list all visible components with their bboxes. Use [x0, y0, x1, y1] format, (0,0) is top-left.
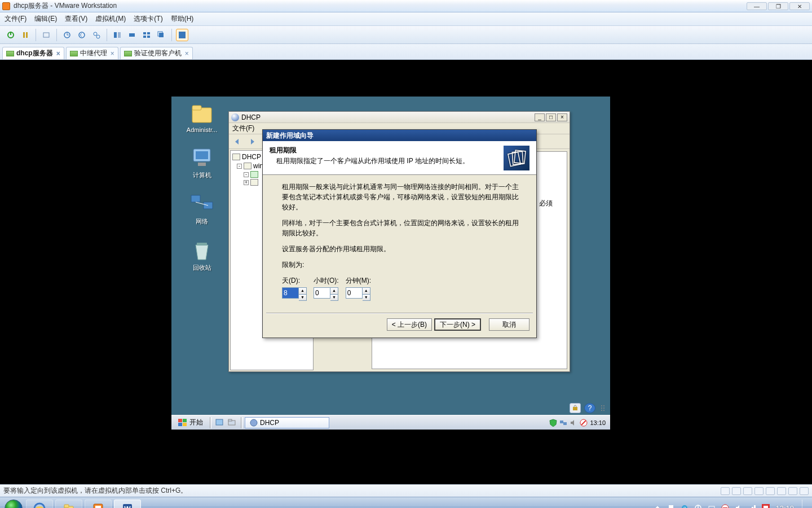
svg-rect-62	[709, 506, 714, 509]
tray-input-icon[interactable]	[708, 504, 717, 509]
guest-deskband-grip-icon[interactable]	[599, 403, 607, 413]
menu-file[interactable]: 文件(F)	[5, 14, 27, 24]
desktop-icon-network[interactable]: 网络	[179, 193, 224, 226]
wizard-cancel-button[interactable]: 取消	[489, 318, 529, 331]
days-input[interactable]	[282, 287, 299, 299]
hours-input[interactable]	[314, 287, 330, 299]
guest-clock[interactable]: 13:10	[590, 419, 606, 426]
quicklaunch-explorer-icon[interactable]	[227, 418, 237, 427]
mmc-minimize-button[interactable]: _	[535, 113, 545, 121]
svg-point-33	[603, 405, 604, 406]
taskbar-pin-ie[interactable]	[26, 500, 53, 509]
days-spinner[interactable]: ▲▼	[282, 287, 307, 299]
tab-close-icon[interactable]: ×	[185, 50, 189, 57]
toolbar-send-icon[interactable]	[40, 29, 52, 41]
taskbar-pin-explorer[interactable]	[55, 500, 82, 509]
tree-expand-icon[interactable]: -	[237, 164, 242, 169]
toolbar-snapshot-revert-icon[interactable]	[76, 29, 88, 41]
wizard-titlebar[interactable]: 新建作用域向导	[263, 130, 536, 141]
spin-down-icon[interactable]: ▼	[363, 294, 370, 301]
show-desktop-button[interactable]	[802, 500, 807, 509]
dhcp-task-icon	[250, 419, 258, 427]
toolbar-view-single-icon[interactable]	[126, 29, 138, 41]
toolbar-view-multi-icon[interactable]	[140, 29, 153, 41]
menu-help[interactable]: 帮助(H)	[171, 14, 194, 24]
tree-collapse-icon[interactable]: +	[244, 180, 249, 185]
toolbar-snapshot-take-icon[interactable]	[61, 29, 73, 41]
guest-help-icon[interactable]: ?	[584, 403, 595, 413]
toolbar-snapshot-manage-icon[interactable]	[90, 29, 103, 41]
vm-usb-icon[interactable]	[766, 487, 775, 495]
spin-up-icon[interactable]: ▲	[299, 287, 307, 294]
tray-volume-icon[interactable]	[735, 504, 744, 509]
vm-printer-icon[interactable]	[788, 487, 797, 495]
hours-spinner[interactable]: ▲▼	[314, 287, 338, 299]
mmc-close-button[interactable]: ×	[557, 113, 567, 121]
tray-volume-icon[interactable]	[570, 419, 577, 427]
wizard-next-button[interactable]: 下一步(N) >	[434, 318, 481, 331]
host-close-button[interactable]: ✕	[789, 2, 810, 10]
vm-display-area[interactable]: Administr... 计算机 网络 回收站	[0, 60, 812, 484]
tray-power-icon[interactable]	[694, 504, 703, 509]
menu-tabs[interactable]: 选项卡(T)	[134, 14, 162, 24]
tray-blocked-icon[interactable]	[721, 504, 730, 509]
vm-display-icon[interactable]	[800, 487, 809, 495]
mmc-menu-file[interactable]: 文件(F)	[232, 124, 254, 133]
wizard-back-button[interactable]: < 上一步(B)	[387, 318, 432, 331]
mmc-forward-icon[interactable]	[246, 136, 258, 147]
taskbar-button-dhcp[interactable]: DHCP	[245, 417, 329, 428]
host-start-button[interactable]	[2, 500, 25, 509]
tray-security-icon[interactable]	[549, 419, 557, 427]
tab-close-icon[interactable]: ×	[56, 50, 60, 57]
mmc-maximize-button[interactable]: □	[546, 113, 556, 121]
tray-network-icon[interactable]	[748, 504, 757, 509]
vm-tab-test-client[interactable]: 验证使用客户机 ×	[120, 47, 193, 59]
spin-up-icon[interactable]: ▲	[330, 287, 338, 294]
tray-alert-icon[interactable]	[580, 419, 588, 427]
mmc-back-icon[interactable]	[231, 136, 244, 147]
svg-rect-52	[64, 505, 69, 507]
tab-close-icon[interactable]: ×	[111, 50, 114, 57]
svg-rect-11	[129, 33, 135, 37]
tray-hidden-icons-chevron[interactable]	[654, 504, 663, 509]
host-clock[interactable]: 13:10	[775, 504, 794, 508]
vm-tab-relay-agent[interactable]: 中继代理 ×	[66, 47, 118, 59]
minutes-input[interactable]	[346, 287, 363, 299]
vm-hdd-icon[interactable]	[721, 487, 730, 495]
toolbar-view-console-icon[interactable]	[111, 29, 123, 41]
tray-network-icon[interactable]	[559, 419, 567, 427]
tray-lang-icon[interactable]	[762, 504, 771, 509]
menu-vm[interactable]: 虚拟机(M)	[95, 14, 126, 24]
taskbar-pin-vmware[interactable]	[85, 500, 112, 509]
tree-expand-icon[interactable]: -	[244, 172, 249, 177]
vm-cd-icon[interactable]	[732, 487, 741, 495]
tray-app-icon[interactable]: ?	[681, 504, 690, 509]
guest-security-icon[interactable]	[570, 403, 581, 413]
spin-down-icon[interactable]: ▼	[299, 294, 307, 301]
host-maximize-button[interactable]: ❐	[768, 2, 788, 10]
tray-action-center-icon[interactable]	[667, 504, 676, 509]
spin-up-icon[interactable]: ▲	[363, 287, 370, 294]
vm-network-icon[interactable]	[754, 487, 764, 495]
toolbar-suspend-icon[interactable]	[19, 29, 32, 41]
vm-sound-icon[interactable]	[777, 487, 786, 495]
guest-start-button[interactable]: 开始	[174, 417, 208, 428]
svg-rect-4	[43, 33, 49, 37]
toolbar-fullscreen-icon[interactable]	[176, 29, 188, 41]
toolbar-power-on-icon[interactable]	[5, 29, 17, 41]
desktop-icon-administrator[interactable]: Administr...	[179, 102, 224, 133]
menu-edit[interactable]: 编辑(E)	[34, 14, 57, 24]
toolbar-unity-icon[interactable]	[155, 29, 167, 41]
taskbar-pin-word[interactable]: W	[114, 500, 141, 509]
menu-view[interactable]: 查看(V)	[65, 14, 87, 24]
desktop-icon-recycle-bin[interactable]: 回收站	[179, 239, 224, 272]
mmc-titlebar[interactable]: DHCP _ □ ×	[229, 112, 570, 123]
vm-floppy-icon[interactable]	[743, 487, 752, 495]
minutes-spinner[interactable]: ▲▼	[346, 287, 370, 299]
guest-desktop[interactable]: Administr... 计算机 网络 回收站	[171, 97, 610, 430]
vm-tab-dhcp-server[interactable]: dhcp服务器 ×	[2, 47, 64, 59]
host-minimize-button[interactable]: —	[747, 2, 767, 10]
spin-down-icon[interactable]: ▼	[330, 294, 338, 301]
desktop-icon-computer[interactable]: 计算机	[179, 147, 224, 179]
quicklaunch-show-desktop-icon[interactable]	[215, 418, 225, 427]
